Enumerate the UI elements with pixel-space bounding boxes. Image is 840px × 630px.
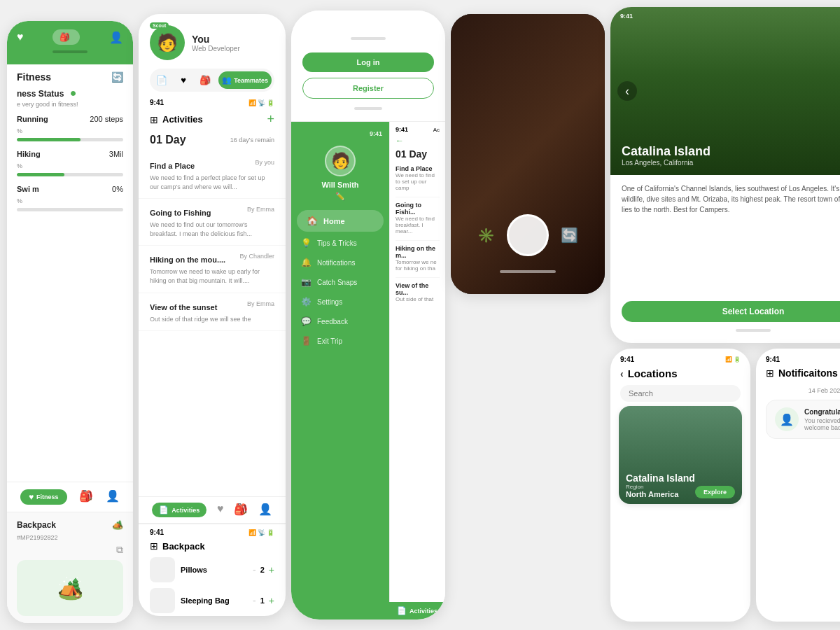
select-location-btn[interactable]: Select Location bbox=[622, 301, 840, 322]
days-remain: 16 day's remain bbox=[230, 136, 274, 144]
status-dot: ● bbox=[70, 87, 77, 99]
capture-button[interactable] bbox=[507, 214, 549, 256]
sunset-desc: Out side of that ridge we will see the bbox=[150, 315, 274, 324]
inner-hiking[interactable]: Hiking on the m... Tomorrow we ne for hi… bbox=[396, 245, 440, 278]
locations-time: 9:41 bbox=[620, 356, 634, 363]
flash-icon[interactable]: ✳️ bbox=[477, 227, 495, 244]
activities-title: Activities bbox=[162, 114, 203, 125]
phone-notifications: 9:41 📶🔋 ⊞ Notificaitons 14 Feb 2020 👤 Co… bbox=[756, 349, 840, 622]
explore-btn[interactable]: Explore bbox=[695, 486, 735, 498]
hiking-by: By Chandler bbox=[239, 253, 274, 260]
activity-fishing[interactable]: Going to FishingBy Emma We need to find … bbox=[139, 199, 286, 246]
tips-tricks-label: Tips & Tricks bbox=[317, 239, 357, 247]
menu-exit[interactable]: 🚪 Exit Trip bbox=[291, 331, 389, 351]
activities-nav-label: Activities bbox=[172, 507, 200, 514]
tab-docs[interactable]: 📄 bbox=[153, 71, 171, 89]
activity-sunset[interactable]: View of the sunsetBy Emma Out side of th… bbox=[139, 293, 286, 332]
notif-date: 14 Feb 2020 bbox=[766, 387, 840, 394]
feedback-label: Feedback bbox=[317, 318, 348, 326]
camping-icon: 🏕️ bbox=[112, 519, 123, 530]
scout-badge: Scout bbox=[150, 22, 169, 29]
bottom-backpack3[interactable]: 🎒 bbox=[234, 503, 248, 517]
sleeping-minus[interactable]: - bbox=[253, 595, 256, 606]
register-button[interactable]: Register bbox=[302, 78, 434, 99]
swim-progress bbox=[17, 208, 123, 211]
notif-desc: You recieved the welcome badge bbox=[804, 417, 840, 431]
pillows-minus[interactable]: - bbox=[253, 564, 256, 575]
edit-icon[interactable]: ✏️ bbox=[335, 192, 345, 200]
backpack-title: Backpack bbox=[162, 541, 205, 552]
tab-backpack[interactable]: 🎒 bbox=[196, 71, 214, 89]
tab-heart[interactable]: ♥ bbox=[175, 71, 192, 89]
bottom-profile2[interactable]: 👤 bbox=[106, 489, 120, 505]
inner-fishing[interactable]: Going to Fishi... We need to find breakf… bbox=[396, 202, 440, 241]
activity-hiking[interactable]: Hiking on the mou....By Chandler Tomorro… bbox=[139, 246, 286, 293]
prev-arrow[interactable]: ‹ bbox=[617, 81, 637, 101]
backpack-tab[interactable]: 🎒 bbox=[52, 29, 80, 45]
copy-icon[interactable]: ⧉ bbox=[116, 544, 123, 556]
menu-settings[interactable]: ⚙️ Settings bbox=[291, 292, 389, 312]
day-label: 01 Day bbox=[150, 134, 186, 146]
menu-home[interactable]: 🏠 Home bbox=[297, 210, 384, 232]
sleeping-plus[interactable]: + bbox=[269, 595, 274, 606]
running-percent: % bbox=[17, 127, 22, 134]
login-button[interactable]: Log in bbox=[302, 52, 434, 72]
back-arrow-inner[interactable]: ← bbox=[396, 136, 404, 146]
status-time: 9:41 bbox=[150, 99, 164, 106]
heart-icon: ♥ bbox=[17, 31, 24, 43]
fitness-status-label: ness Status bbox=[17, 89, 64, 99]
catch-snaps-label: Catch Snaps bbox=[317, 279, 357, 286]
inner-day: 01 Day bbox=[396, 148, 440, 160]
add-activity-btn[interactable]: + bbox=[267, 112, 274, 127]
back-arrow-locations[interactable]: ‹ bbox=[620, 368, 624, 379]
inner-sunset[interactable]: View of the su... Out side of that bbox=[396, 282, 440, 302]
bottom-heart3[interactable]: ♥ bbox=[217, 503, 224, 517]
card-location-name: Catalina Island bbox=[626, 472, 735, 484]
find-place-by: By you bbox=[255, 159, 274, 166]
bottom-fitness[interactable]: ♥ Fitness bbox=[20, 489, 67, 505]
menu-notifications[interactable]: 🔔 Notifications bbox=[291, 253, 389, 272]
profile-icon[interactable]: 👤 bbox=[109, 31, 123, 44]
bottom-activities-active[interactable]: 📄 Activities bbox=[152, 503, 206, 517]
locations-search-input[interactable] bbox=[629, 389, 732, 398]
sleeping-bag-label: Sleeping Bag bbox=[181, 596, 230, 605]
phone-location-detail: ‹ › 9:41 📶🔋 Catalina Island Los Angeles,… bbox=[610, 7, 840, 343]
menu-time: 9:41 bbox=[370, 130, 382, 137]
fitness-tab-label: Fitness bbox=[36, 493, 59, 500]
find-place-title: Find a Place bbox=[150, 162, 195, 170]
home-label: Home bbox=[323, 217, 345, 225]
bottom-backpack2[interactable]: 🎒 bbox=[79, 489, 93, 505]
tab-teammates[interactable]: 👥 Teammates bbox=[218, 71, 272, 89]
sunset-by: By Emma bbox=[247, 300, 274, 307]
pillows-qty: 2 bbox=[260, 566, 265, 574]
inner-find-place[interactable]: Find a Place We need to find to set up o… bbox=[396, 165, 440, 197]
sunset-title: View of the sunset bbox=[150, 303, 217, 312]
fitness-title: Fitness bbox=[17, 71, 51, 83]
flip-camera-icon[interactable]: 🔄 bbox=[561, 227, 578, 244]
notifications-page-title: Notificaitons bbox=[778, 368, 838, 379]
region-name: North America bbox=[626, 490, 678, 498]
settings-label: Settings bbox=[317, 298, 342, 306]
locations-title: Locations bbox=[628, 368, 678, 379]
sleeping-qty: 1 bbox=[260, 596, 265, 605]
refresh-icon[interactable]: 🔄 bbox=[111, 71, 123, 83]
menu-feedback[interactable]: 💬 Feedback bbox=[291, 312, 389, 331]
activities-bottom-label: Activities bbox=[410, 608, 438, 615]
inner-time: 9:41 bbox=[396, 126, 408, 133]
hiking-value: 3Mil bbox=[109, 150, 123, 158]
pillows-plus[interactable]: + bbox=[269, 564, 274, 575]
menu-username: Will Smith bbox=[301, 181, 379, 189]
hiking-desc: Tomorrow we need to wake up early for hi… bbox=[150, 267, 274, 285]
pillows-label: Pillows bbox=[181, 566, 207, 574]
bottom-profile3[interactable]: 👤 bbox=[258, 503, 272, 517]
hiking-label: Hiking bbox=[17, 150, 41, 158]
teammates-label: Teammates bbox=[234, 77, 268, 84]
menu-tips[interactable]: 💡 Tips & Tricks bbox=[291, 233, 389, 253]
profile-name: You bbox=[192, 34, 240, 45]
location-city: Los Angeles, California bbox=[622, 159, 710, 167]
menu-catchsnaps[interactable]: 📷 Catch Snaps bbox=[291, 272, 389, 292]
fitness-subtitle: e very good in fitness! bbox=[17, 101, 123, 108]
activity-find-place[interactable]: Find a PlaceBy you We need to find a per… bbox=[139, 152, 286, 199]
notification-item[interactable]: 👤 Congratulations! You recieved the welc… bbox=[766, 400, 840, 439]
phone-fitness: ♥ 🎒 👤 Fitness 🔄 ness Status ● e very goo… bbox=[7, 21, 133, 623]
